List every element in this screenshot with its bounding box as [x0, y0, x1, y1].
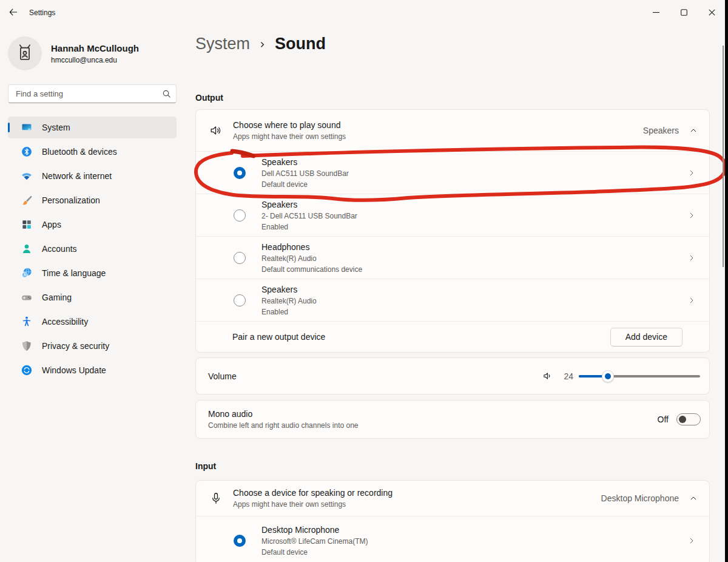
radio-selected[interactable] [234, 167, 246, 179]
chevron-right-icon[interactable] [687, 211, 696, 220]
input-chooser-text: Choose a device for speaking or recordin… [233, 488, 601, 509]
sidebar-item-label: Windows Update [42, 365, 106, 375]
device-status: Enabled [261, 223, 687, 231]
device-text: Desktop Microphone Microsoft® LifeCam Ci… [261, 525, 687, 557]
input-chooser-header[interactable]: Choose a device for speaking or recordin… [196, 481, 709, 516]
output-expander-card: Choose where to play sound Apps might ha… [195, 109, 710, 353]
window-controls [642, 0, 726, 24]
chevron-right-icon[interactable] [687, 254, 696, 262]
sidebar-item-network-internet[interactable]: Network & internet [8, 165, 177, 187]
breadcrumb: System Sound [195, 33, 710, 54]
sidebar-item-label: Accounts [42, 244, 77, 254]
maximize-button[interactable] [670, 0, 698, 24]
device-text: Headphones Realtek(R) Audio Default comm… [261, 242, 687, 274]
sidebar-item-label: System [42, 123, 70, 132]
chevron-right-icon[interactable] [687, 296, 696, 305]
sidebar-item-accessibility[interactable]: Accessibility [8, 311, 177, 333]
system-icon [21, 121, 33, 134]
device-name: Speakers [261, 200, 687, 209]
chevron-right-icon[interactable] [687, 537, 696, 545]
sidebar-item-label: Personalization [42, 195, 100, 205]
minimize-button[interactable] [642, 0, 670, 24]
volume-card: Volume 24 [195, 357, 710, 394]
volume-value: 24 [561, 371, 573, 381]
volume-slider[interactable] [579, 370, 700, 382]
sidebar-item-system[interactable]: System [8, 117, 177, 138]
device-detail: Realtek(R) Audio [261, 297, 687, 305]
chevron-up-icon[interactable] [689, 494, 698, 503]
radio-unselected[interactable] [234, 209, 246, 222]
page-title: Sound [275, 35, 326, 53]
search-icon[interactable] [162, 89, 171, 98]
output-selected-value: Speakers [643, 126, 679, 135]
device-name: Speakers [261, 285, 687, 294]
output-chooser-header[interactable]: Choose where to play sound Apps might ha… [196, 110, 709, 151]
back-button[interactable] [8, 7, 19, 18]
sidebar-item-bluetooth-devices[interactable]: Bluetooth & devices [8, 141, 177, 163]
device-status: Default device [261, 548, 687, 557]
add-device-button[interactable]: Add device [610, 328, 682, 347]
mono-audio-state: Off [658, 415, 669, 424]
accessibility-person-icon [21, 316, 33, 328]
shield-icon [21, 340, 33, 352]
id-badge-icon [15, 43, 35, 64]
sidebar-item-accounts[interactable]: Accounts [8, 238, 177, 260]
input-chooser-subtitle: Apps might have their own settings [233, 500, 601, 509]
sidebar-item-windows-update[interactable]: Windows Update [8, 359, 177, 381]
output-device-row-speakers-realtek[interactable]: Speakers Realtek(R) Audio Enabled [196, 279, 709, 321]
window-title: Settings [29, 8, 55, 17]
volume-label: Volume [208, 371, 237, 381]
output-chooser-subtitle: Apps might have their own settings [233, 132, 643, 141]
sidebar-item-label: Time & language [42, 268, 106, 278]
chevron-up-icon[interactable] [689, 126, 698, 135]
mono-audio-title: Mono audio [208, 409, 359, 419]
selected-indicator [8, 123, 10, 132]
input-chooser-title: Choose a device for speaking or recordin… [233, 488, 601, 498]
back-arrow-icon [8, 7, 19, 18]
microphone-icon [209, 492, 223, 505]
device-status: Default communications device [261, 265, 687, 274]
mono-audio-toggle[interactable] [676, 413, 701, 425]
input-device-row-desktop-microphone[interactable]: Desktop Microphone Microsoft® LifeCam Ci… [196, 516, 709, 562]
device-detail: Realtek(R) Audio [261, 254, 687, 263]
input-selected-value: Desktop Microphone [601, 493, 679, 503]
device-detail: Dell AC511 USB SoundBar [261, 169, 687, 178]
radio-selected[interactable] [234, 535, 246, 547]
sidebar-item-gaming[interactable]: Gaming [8, 286, 177, 308]
output-device-row-headphones[interactable]: Headphones Realtek(R) Audio Default comm… [196, 236, 709, 279]
scrollbar-thumb[interactable] [723, 46, 724, 267]
breadcrumb-chevron-icon [258, 41, 266, 49]
device-text: Speakers Dell AC511 USB SoundBar Default… [261, 157, 687, 189]
avatar [8, 36, 42, 70]
sidebar-item-personalization[interactable]: Personalization [8, 189, 177, 211]
screen-edge-strip [725, 0, 728, 562]
radio-unselected[interactable] [234, 294, 246, 306]
sidebar-item-time-language[interactable]: Time & language [8, 262, 177, 284]
breadcrumb-system[interactable]: System [195, 35, 250, 53]
minimize-icon [653, 9, 659, 16]
output-device-row-speakers-dell[interactable]: Speakers Dell AC511 USB SoundBar Default… [196, 151, 709, 194]
sidebar-item-apps[interactable]: Apps [8, 214, 177, 235]
speaker-icon [209, 124, 223, 137]
search-box[interactable] [8, 84, 177, 103]
device-status: Default device [261, 180, 687, 189]
sidebar-item-label: Apps [42, 220, 61, 229]
output-device-row-speakers-dell-2[interactable]: Speakers 2- Dell AC511 USB SoundBar Enab… [196, 194, 709, 236]
volume-slider-thumb[interactable] [602, 370, 614, 382]
mono-audio-text: Mono audio Combine left and right audio … [208, 409, 359, 430]
gamepad-icon [21, 291, 33, 303]
output-chooser-text: Choose where to play sound Apps might ha… [233, 120, 643, 141]
search-input[interactable] [16, 89, 162, 98]
device-detail: Microsoft® LifeCam Cinema(TM) [261, 537, 687, 546]
radio-unselected[interactable] [234, 252, 246, 264]
sidebar-item-label: Accessibility [42, 317, 88, 327]
update-icon [21, 364, 33, 376]
sidebar-item-privacy-security[interactable]: Privacy & security [8, 335, 177, 357]
volume-speaker-icon[interactable] [542, 371, 553, 381]
close-icon [709, 9, 715, 16]
chevron-right-icon[interactable] [687, 169, 696, 177]
device-status: Enabled [261, 308, 687, 316]
user-account-block[interactable]: Hannah McCullough hmccullo@unca.edu [8, 36, 139, 70]
toggle-knob [679, 416, 686, 423]
close-button[interactable] [698, 0, 726, 24]
